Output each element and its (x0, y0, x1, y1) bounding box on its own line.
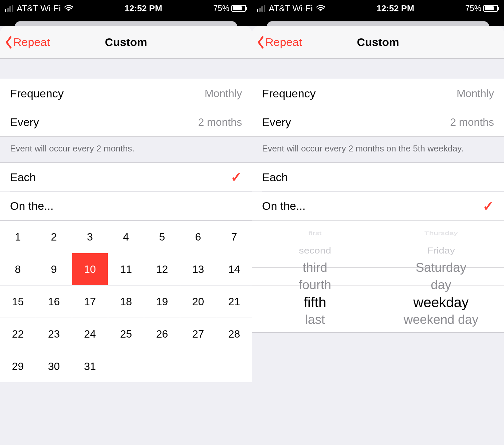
settings-group: Frequency Monthly Every 2 months (252, 79, 504, 137)
every-row[interactable]: Every 2 months (0, 108, 252, 136)
page-title: Custom (357, 36, 399, 49)
back-label: Repeat (265, 36, 302, 49)
back-button[interactable]: Repeat (5, 26, 50, 58)
day-cell[interactable]: 1 (0, 221, 36, 253)
day-cell[interactable]: 4 (108, 221, 144, 253)
every-value: 2 months (198, 116, 242, 128)
picker-row: last (305, 311, 325, 329)
screenshot-right: AT&T Wi-Fi 12:52 PM 75% Repeat (252, 0, 504, 445)
recurrence-summary: Event will occur every 2 months on the 5… (252, 137, 504, 162)
picker-row: Friday (427, 243, 455, 258)
mode-group: Each ✓ On the... (0, 162, 252, 220)
checkmark-icon: ✓ (483, 198, 494, 214)
checkmark-icon: ✓ (231, 169, 242, 185)
day-cell[interactable]: 18 (108, 286, 144, 318)
day-cell[interactable]: 2 (36, 221, 72, 253)
clock-label: 12:52 PM (376, 3, 414, 14)
frequency-label: Frequency (10, 87, 64, 100)
picker-row: first (308, 228, 321, 238)
day-cell[interactable]: 30 (36, 350, 72, 382)
every-label: Every (10, 116, 39, 129)
day-cell[interactable]: 8 (0, 253, 36, 285)
clock-label: 12:52 PM (124, 3, 162, 14)
day-grid[interactable]: 1234567891011121314151617181920212223242… (0, 220, 252, 382)
picker-day-column[interactable]: Thursday Friday Saturday day weekday wee… (378, 220, 504, 332)
day-cell[interactable]: 6 (180, 221, 216, 253)
onthe-label: On the... (262, 199, 305, 212)
day-cell[interactable]: 22 (0, 318, 36, 350)
carrier-label: AT&T Wi-Fi (269, 3, 313, 14)
day-cell[interactable]: 29 (0, 350, 36, 382)
day-cell[interactable]: 28 (216, 318, 252, 350)
every-row[interactable]: Every 2 months (252, 108, 504, 136)
day-cell[interactable]: 17 (72, 286, 108, 318)
day-cell[interactable]: 31 (72, 350, 108, 382)
onthe-row[interactable]: On the... ✓ (252, 191, 504, 220)
onthe-label: On the... (10, 199, 53, 212)
every-value: 2 months (450, 116, 494, 128)
day-cell[interactable]: 23 (36, 318, 72, 350)
day-cell[interactable]: 15 (0, 286, 36, 318)
each-row[interactable]: Each ✓ (0, 163, 252, 191)
mode-group: Each On the... ✓ (252, 162, 504, 220)
day-cell[interactable]: 16 (36, 286, 72, 318)
each-row[interactable]: Each (252, 163, 504, 191)
status-bar: AT&T Wi-Fi 12:52 PM 75% (252, 0, 504, 17)
carrier-label: AT&T Wi-Fi (17, 3, 61, 14)
battery-indicator: 75% (465, 4, 498, 13)
page-title: Custom (105, 36, 147, 49)
day-cell (216, 350, 252, 382)
picker-row: third (303, 259, 327, 277)
picker-row: second (299, 243, 331, 258)
cell-signal-icon (5, 5, 13, 12)
each-label: Each (10, 171, 36, 184)
picker-row: Saturday (416, 259, 466, 277)
day-cell[interactable]: 19 (144, 286, 180, 318)
frequency-row[interactable]: Frequency Monthly (252, 79, 504, 108)
frequency-row[interactable]: Frequency Monthly (0, 79, 252, 108)
day-cell[interactable]: 25 (108, 318, 144, 350)
day-cell[interactable]: 21 (216, 286, 252, 318)
screenshot-left: AT&T Wi-Fi 12:52 PM 75% R (0, 0, 252, 445)
day-cell[interactable]: 26 (144, 318, 180, 350)
day-cell[interactable]: 7 (216, 221, 252, 253)
battery-pct-label: 75% (213, 4, 229, 13)
day-cell[interactable]: 24 (72, 318, 108, 350)
back-button[interactable]: Repeat (257, 26, 302, 58)
day-cell[interactable]: 10 (72, 253, 108, 285)
day-cell[interactable]: 12 (144, 253, 180, 285)
picker-row: day (431, 277, 451, 294)
day-cell[interactable]: 14 (216, 253, 252, 285)
frequency-value: Monthly (457, 87, 494, 100)
cell-signal-icon (257, 5, 265, 12)
nav-header: Repeat Custom (0, 26, 252, 59)
every-label: Every (262, 116, 291, 129)
sheet-backdrop (252, 17, 504, 26)
frequency-label: Frequency (262, 87, 316, 100)
day-cell[interactable]: 27 (180, 318, 216, 350)
settings-group: Frequency Monthly Every 2 months (0, 79, 252, 137)
picker-row-selected: weekday (413, 294, 469, 311)
day-cell (144, 350, 180, 382)
day-cell[interactable]: 13 (180, 253, 216, 285)
day-cell[interactable]: 11 (108, 253, 144, 285)
battery-pct-label: 75% (465, 4, 481, 13)
day-cell[interactable]: 3 (72, 221, 108, 253)
battery-indicator: 75% (213, 4, 246, 13)
back-label: Repeat (13, 36, 50, 49)
onthe-row[interactable]: On the... (0, 191, 252, 220)
picker-ordinal-column[interactable]: first second third fourth fifth last (252, 220, 378, 332)
picker-wheel[interactable]: first second third fourth fifth last Thu… (252, 220, 504, 333)
wifi-icon (64, 5, 73, 12)
day-cell[interactable]: 20 (180, 286, 216, 318)
day-cell[interactable]: 5 (144, 221, 180, 253)
day-cell[interactable]: 9 (36, 253, 72, 285)
recurrence-summary: Event will occur every 2 months. (0, 137, 252, 162)
picker-row: Thursday (424, 228, 458, 238)
day-cell (108, 350, 144, 382)
sheet-backdrop (0, 17, 252, 26)
frequency-value: Monthly (205, 87, 242, 100)
picker-row: fourth (299, 277, 331, 294)
picker-row-selected: fifth (304, 294, 326, 311)
day-cell (180, 350, 216, 382)
